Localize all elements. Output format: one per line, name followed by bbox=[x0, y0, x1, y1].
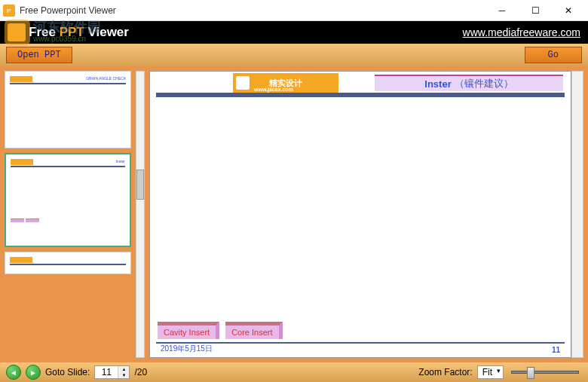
slide-title: Inster（镶件建议） bbox=[375, 75, 563, 91]
brand-icon bbox=[8, 23, 26, 41]
thumbnail-sidebar: GRAIN ANGLE CHECK Inster s012032489 bbox=[0, 66, 136, 362]
open-ppt-button[interactable]: Open PPT bbox=[6, 47, 72, 63]
cavity-insert-button[interactable]: Cavity Insert bbox=[158, 322, 219, 339]
slide-scrollbar-vertical[interactable] bbox=[571, 71, 583, 358]
slide-footer-divider bbox=[156, 342, 565, 344]
thumb-logo-icon bbox=[10, 257, 32, 263]
minimize-button[interactable]: ─ bbox=[485, 0, 519, 21]
thumb-label: s012032489 bbox=[8, 228, 127, 243]
zoom-factor-select[interactable]: Fit bbox=[477, 365, 504, 379]
go-button[interactable]: Go bbox=[525, 47, 582, 63]
main-area: GRAIN ANGLE CHECK Inster s012032489 bbox=[0, 66, 588, 362]
slide-page-number: 11 bbox=[552, 346, 560, 354]
slide-spin-up[interactable]: ▲ bbox=[118, 366, 129, 372]
goto-slide-label: Goto Slide: bbox=[45, 367, 90, 377]
zoom-slider-thumb[interactable] bbox=[527, 367, 534, 379]
zoom-factor-label: Zoom Factor: bbox=[418, 367, 472, 377]
footer-bar: ◄ ► Goto Slide: ▲ ▼ /20 Zoom Factor: Fit bbox=[0, 362, 588, 382]
window-titlebar: P Free Powerpoint Viewer ─ ☐ ✕ bbox=[0, 0, 588, 21]
app-icon: P bbox=[3, 5, 15, 17]
brand-logo: Free PPT Viewer bbox=[8, 23, 129, 41]
brand-text: Free PPT Viewer bbox=[29, 25, 129, 40]
goto-slide-input-wrap: ▲ ▼ bbox=[94, 365, 130, 379]
thumb-logo-icon bbox=[10, 76, 32, 82]
slide-date: 2019年5月15日 bbox=[161, 344, 213, 354]
toolbar: Open PPT Go bbox=[0, 44, 588, 66]
thumb-title: GRAIN ANGLE CHECK bbox=[86, 76, 126, 81]
scrollbar-thumb[interactable] bbox=[136, 170, 144, 200]
maximize-button[interactable]: ☐ bbox=[519, 0, 552, 21]
goto-slide-input[interactable] bbox=[95, 366, 118, 378]
zoom-slider[interactable] bbox=[511, 371, 579, 374]
slide-logo-url: www.jscax.com bbox=[254, 87, 293, 92]
website-link[interactable]: www.mediafreeware.com bbox=[463, 26, 580, 38]
core-insert-button[interactable]: Core Insert bbox=[225, 322, 282, 339]
slide-thumbnail[interactable]: GRAIN ANGLE CHECK bbox=[5, 71, 131, 148]
close-button[interactable]: ✕ bbox=[552, 0, 585, 21]
slide-divider bbox=[156, 93, 565, 97]
svg-text:P: P bbox=[7, 8, 11, 14]
slide-canvas: 精实设计 www.jscax.com Inster（镶件建议） Cavity I… bbox=[149, 71, 571, 358]
total-slides-label: /20 bbox=[134, 367, 147, 377]
slide-spin-down[interactable]: ▼ bbox=[118, 372, 129, 378]
slide-company-logo: 精实设计 www.jscax.com bbox=[233, 73, 338, 93]
window-title: Free Powerpoint Viewer bbox=[20, 5, 485, 16]
slide-viewport: 精实设计 www.jscax.com Inster（镶件建议） Cavity I… bbox=[145, 66, 588, 362]
window-controls: ─ ☐ ✕ bbox=[485, 0, 585, 21]
prev-slide-button[interactable]: ◄ bbox=[6, 365, 21, 380]
next-slide-button[interactable]: ► bbox=[26, 365, 41, 380]
slide-thumbnail[interactable]: Inster s012032489 bbox=[5, 153, 131, 247]
sidebar-scrollbar[interactable] bbox=[136, 71, 145, 358]
slide-thumbnail[interactable] bbox=[5, 252, 131, 274]
thumb-title: Inster bbox=[115, 159, 125, 163]
slide-button-row: Cavity Insert Core Insert bbox=[158, 322, 283, 339]
header-bar: Free PPT Viewer www.mediafreeware.com bbox=[0, 21, 588, 44]
thumb-logo-icon bbox=[11, 159, 33, 165]
